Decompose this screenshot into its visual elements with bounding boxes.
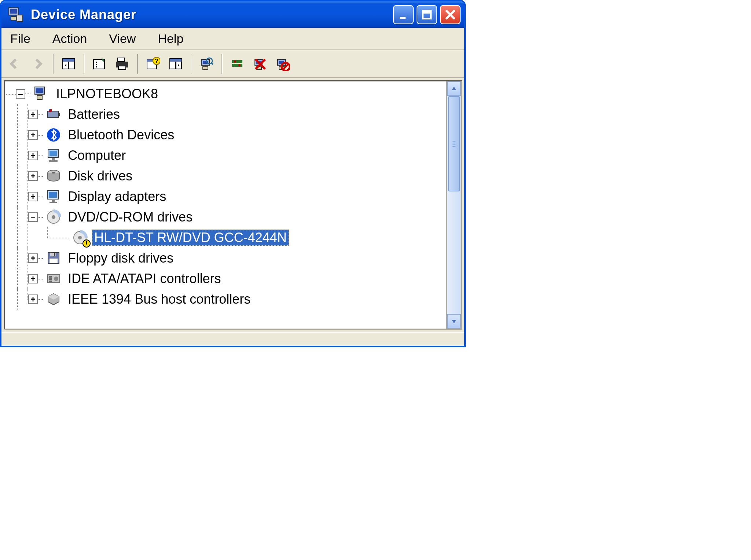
print-button[interactable] [111,53,133,74]
expand-collapse-toggle[interactable] [28,192,38,201]
tree-category-row[interactable]: DVD/CD-ROM drives [6,207,445,227]
svg-point-73 [54,277,58,281]
expand-collapse-toggle[interactable] [28,130,38,140]
tree-category-label[interactable]: Bluetooth Devices [66,127,176,143]
svg-rect-1 [10,9,17,14]
expand-collapse-toggle[interactable] [28,171,38,181]
expand-collapse-toggle[interactable] [28,110,38,119]
svg-point-56 [52,172,55,173]
expand-collapse-toggle[interactable] [16,89,25,99]
svg-line-30 [211,63,213,65]
update-driver-button[interactable] [227,53,248,74]
svg-rect-70 [49,276,52,278]
svg-rect-52 [50,151,57,156]
help-button[interactable]: ? [142,53,164,74]
tree-category-row[interactable]: Computer [6,145,445,166]
maximize-button[interactable] [417,5,437,24]
properties-button[interactable] [89,53,110,74]
svg-rect-67 [54,253,55,256]
floppy-icon [45,250,62,267]
menu-view[interactable]: View [104,30,141,47]
tree-category-row[interactable]: Bluetooth Devices [6,125,445,145]
svg-rect-9 [68,62,69,69]
svg-rect-17 [118,66,126,70]
warning-badge-icon: ! [83,239,91,248]
svg-rect-28 [203,67,208,70]
expand-collapse-toggle[interactable] [28,294,38,304]
svg-point-13 [96,64,97,65]
cdrom-icon [45,209,62,226]
tree-category-row[interactable]: Floppy disk drives [6,248,445,268]
svg-rect-71 [49,278,52,280]
minimize-button[interactable] [393,5,414,24]
toolbar-separator [221,54,222,74]
toolbar-separator [137,54,138,74]
computer-icon [45,147,62,164]
scrollbar-track[interactable] [447,96,461,314]
tree-category-row[interactable]: IDE ATA/ATAPI controllers [6,268,445,289]
tree-category-label[interactable]: DVD/CD-ROM drives [66,209,195,225]
scroll-up-button[interactable] [447,81,461,96]
svg-rect-3 [17,15,23,22]
toolbar-separator [53,54,54,74]
statusbar [1,332,464,346]
tree-device-label[interactable]: HL-DT-ST RW/DVD GCC-4244N [92,230,289,246]
tree-category-label[interactable]: Disk drives [66,168,135,184]
window-title: Device Manager [31,7,393,22]
menu-file[interactable]: File [5,30,36,47]
menu-help[interactable]: Help [153,30,188,47]
svg-rect-4 [400,17,406,19]
close-button[interactable] [440,5,461,24]
menubar: File Action View Help [1,28,464,50]
expand-collapse-toggle[interactable] [28,253,38,263]
svg-rect-24 [175,62,176,69]
bluetooth-icon [45,127,62,143]
show-hide-tree-button[interactable] [58,53,79,74]
svg-point-12 [96,62,97,63]
menu-action[interactable]: Action [47,30,92,47]
tree-device-row[interactable]: !HL-DT-ST RW/DVD GCC-4244N [6,227,445,248]
tree-category-label[interactable]: Display adapters [66,189,168,205]
disk-icon [45,168,62,184]
tree-category-label[interactable]: Floppy disk drives [66,250,176,266]
tree-category-label[interactable]: Batteries [66,106,122,122]
scan-hardware-button[interactable] [196,53,217,74]
tree-category-row[interactable]: Display adapters [6,186,445,207]
toolbar: ? [1,50,464,78]
svg-rect-6 [423,11,431,14]
tree-category-row[interactable]: IEEE 1394 Bus host controllers [6,289,445,310]
tree-root-row[interactable]: ILPNOTEBOOK8 [6,84,445,104]
svg-rect-53 [52,158,55,160]
chip-icon [45,291,62,308]
tree-category-row[interactable]: Disk drives [6,166,445,186]
expand-collapse-toggle[interactable] [28,151,38,160]
uninstall-button[interactable] [249,53,271,74]
battery-icon [45,106,62,123]
expand-collapse-toggle[interactable] [28,274,38,283]
svg-rect-59 [52,200,55,202]
vertical-scrollbar[interactable] [446,81,461,329]
svg-rect-72 [49,281,52,282]
svg-text:?: ? [155,58,158,64]
expand-collapse-toggle[interactable] [28,212,38,222]
tree-category-label[interactable]: IDE ATA/ATAPI controllers [66,271,223,287]
svg-rect-45 [37,96,42,99]
svg-rect-49 [49,109,50,110]
computer-root-icon [33,85,50,102]
tree-root-label[interactable]: ILPNOTEBOOK8 [54,86,160,102]
device-tree[interactable]: ILPNOTEBOOK8 BatteriesBluetooth DevicesC… [5,81,446,329]
disable-button[interactable] [272,53,293,74]
toolbar-separator [84,54,84,74]
scroll-down-button[interactable] [447,314,461,329]
svg-rect-15 [118,58,124,62]
titlebar: Device Manager [1,1,464,28]
tree-category-row[interactable]: Batteries [6,104,445,125]
forward-button [27,53,48,74]
svg-point-33 [234,61,236,63]
tree-category-label[interactable]: IEEE 1394 Bus host controllers [66,291,253,307]
tree-category-label[interactable]: Computer [66,147,128,164]
action-pane-button[interactable] [165,53,186,74]
ide-icon [45,270,62,287]
scrollbar-thumb[interactable] [448,96,460,191]
svg-point-64 [78,236,82,239]
